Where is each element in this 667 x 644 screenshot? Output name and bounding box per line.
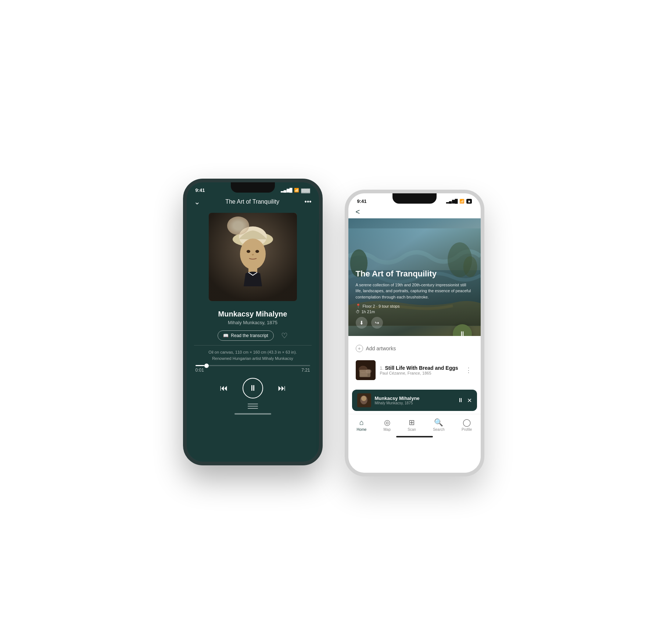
header-1: ⌄ The Art of Tranquility ••• — [187, 194, 319, 209]
time-row: 0:01 7:21 — [196, 368, 310, 373]
back-button-2[interactable]: < — [348, 205, 481, 218]
add-artworks-button[interactable]: + Add artworks — [348, 336, 481, 357]
np-controls: ⏸ ✕ — [458, 397, 472, 404]
hero-title: The Art of Tranquility — [356, 269, 473, 279]
share-icon[interactable]: ↪ — [371, 317, 383, 329]
next-button[interactable]: ⏭ — [278, 383, 286, 393]
artwork-image-1 — [209, 213, 297, 301]
transcript-button[interactable]: 📖 Read the transcript — [218, 330, 273, 341]
hero-duration-info: ⏱ 1h 21m — [356, 310, 473, 314]
tab-map[interactable]: ◎ Map — [383, 418, 390, 432]
svg-point-6 — [255, 250, 259, 253]
np-title: Munkacsy Mihalyne — [375, 396, 454, 401]
tab-profile-label: Profile — [462, 427, 472, 432]
signal-icon-2: ▂▄▆█ — [446, 199, 458, 204]
artwork-thumbnail-1 — [356, 360, 376, 380]
map-icon: ◎ — [384, 418, 390, 427]
tab-search[interactable]: 🔍 Search — [433, 418, 445, 432]
tab-scan-label: Scan — [408, 427, 416, 432]
home-indicator-1 — [234, 413, 271, 415]
artwork-name-1: Still Life With Bread and Eggs — [385, 365, 458, 371]
prev-button[interactable]: ⏮ — [220, 383, 228, 393]
tab-search-label: Search — [433, 427, 445, 432]
progress-fill — [196, 365, 205, 366]
np-close-icon[interactable]: ✕ — [467, 397, 472, 404]
search-icon: 🔍 — [434, 418, 443, 427]
phone2-body: + Add artworks 1 — [348, 336, 481, 473]
hero-floor-info: 📍 Floor 2 · 9 tour stops — [356, 304, 473, 308]
signal-icon-1: ▂▄▆█ — [281, 188, 293, 193]
profile-icon: ◯ — [463, 418, 471, 427]
svg-rect-14 — [356, 360, 376, 380]
tab-home[interactable]: ⌂ Home — [357, 418, 367, 432]
total-time: 7:21 — [301, 368, 310, 373]
scene: 9:41 ▂▄▆█ 📶 ▓▓▓ ⌄ The Art of Tranquility… — [0, 0, 667, 644]
menu-button-1[interactable] — [248, 404, 258, 409]
tab-bar: ⌂ Home ◎ Map ⊞ Scan 🔍 Search — [348, 414, 481, 434]
wifi-icon-2: 📶 — [459, 199, 465, 204]
battery-icon-2: ■ — [466, 199, 471, 204]
time-1: 9:41 — [196, 187, 205, 193]
svg-rect-16 — [360, 372, 367, 376]
phone1-dark: 9:41 ▂▄▆█ 📶 ▓▓▓ ⌄ The Art of Tranquility… — [183, 179, 323, 465]
status-icons-1: ▂▄▆█ 📶 ▓▓▓ — [281, 188, 310, 193]
hero-meta: 📍 Floor 2 · 9 tour stops ⏱ 1h 21m — [356, 304, 473, 314]
progress-bar[interactable] — [196, 365, 310, 366]
tab-profile[interactable]: ◯ Profile — [462, 418, 472, 432]
book-icon: 📖 — [223, 333, 229, 338]
transcript-btn-label: Read the transcript — [231, 333, 268, 338]
scan-icon: ⊞ — [409, 418, 415, 427]
tab-map-label: Map — [383, 427, 390, 432]
spacer — [348, 384, 481, 387]
svg-point-15 — [359, 366, 367, 373]
artwork-subtitle-1: Mihaly Munkacsy, 1875 — [187, 320, 319, 325]
more-icon-1[interactable]: ••• — [305, 198, 312, 206]
hero-description: A serene collection of 19th and 20th-cen… — [356, 282, 473, 300]
artwork-artist-1: Paul Cézanne, France, 1865 — [380, 371, 459, 375]
floor-text: Floor 2 · 9 tour stops — [363, 304, 400, 308]
battery-icon-1: ▓▓▓ — [301, 188, 310, 193]
progress-area: 0:01 7:21 — [187, 361, 319, 374]
location-icon: 📍 — [356, 304, 361, 308]
artwork-description-1: Oil on canvas, 110 cm × 160 cm (43.3 in … — [194, 345, 312, 361]
pause-button-1[interactable]: ⏸ — [243, 378, 263, 398]
current-time: 0:01 — [196, 368, 204, 373]
home-indicator-2 — [396, 436, 433, 437]
download-icon[interactable]: ⬇ — [356, 317, 367, 329]
favorite-icon[interactable]: ♡ — [281, 331, 288, 340]
artwork-list-info-1: 1. Still Life With Bread and Eggs Paul C… — [380, 365, 459, 375]
duration-text: 1h 21m — [362, 310, 375, 314]
add-icon: + — [356, 345, 363, 352]
timer-icon: ⏱ — [356, 310, 360, 314]
transcript-row: 📖 Read the transcript ♡ — [187, 330, 319, 341]
home-icon: ⌂ — [359, 418, 364, 427]
artwork-title-1: Munkacsy Mihalyne — [187, 310, 319, 318]
now-playing-thumbnail — [357, 393, 371, 407]
notch2 — [392, 193, 437, 204]
back-chevron-icon[interactable]: ⌄ — [194, 197, 200, 206]
phone2-light: 9:41 ▂▄▆█ 📶 ■ < — [345, 190, 484, 476]
now-playing-info: Munkacsy Mihalyne Mihaly Munkacsy, 1875 — [375, 396, 454, 405]
time-2: 9:41 — [357, 198, 367, 204]
np-pause-icon[interactable]: ⏸ — [458, 397, 463, 404]
svg-point-4 — [240, 239, 266, 269]
svg-point-17 — [366, 369, 372, 373]
np-subtitle: Mihaly Munkacsy, 1875 — [375, 401, 454, 405]
svg-point-20 — [361, 396, 366, 401]
status-icons-2: ▂▄▆█ 📶 ■ — [446, 199, 472, 204]
playback-controls: ⏮ ⏸ ⏭ — [187, 378, 319, 398]
add-artworks-label: Add artworks — [366, 346, 396, 351]
wifi-icon-1: 📶 — [294, 188, 299, 193]
notch1 — [231, 182, 275, 193]
now-playing-bar: Munkacsy Mihalyne Mihaly Munkacsy, 1875 … — [352, 390, 477, 411]
progress-dot — [204, 364, 209, 368]
tab-home-label: Home — [357, 427, 367, 432]
tab-scan[interactable]: ⊞ Scan — [408, 418, 416, 432]
artwork-num-1: 1. — [380, 366, 384, 371]
more-options-1[interactable]: ⋮ — [464, 365, 473, 376]
artwork-list-item-1[interactable]: 1. Still Life With Bread and Eggs Paul C… — [348, 357, 481, 384]
svg-point-5 — [247, 250, 250, 253]
header-title-1: The Art of Tranquility — [225, 198, 279, 205]
hero-image: The Art of Tranquility A serene collecti… — [348, 218, 481, 336]
